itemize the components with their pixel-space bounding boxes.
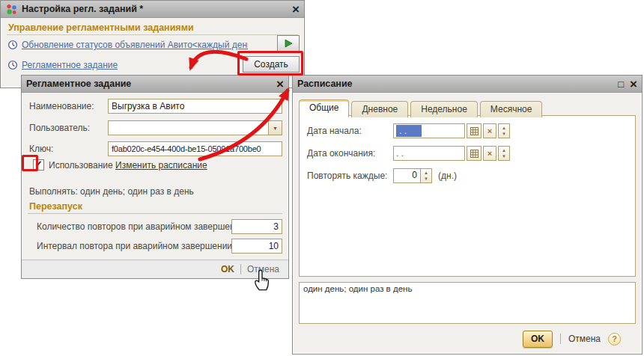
app-logo-icon [5,3,18,16]
task-settings-titlebar[interactable]: Настройка регл. заданий * × [1,1,304,18]
cancel-button[interactable]: Отмена [568,334,601,344]
window-title: Расписание [297,79,612,89]
run-task-button[interactable] [277,35,300,52]
key-input[interactable] [108,141,282,156]
spin-up-icon[interactable]: ▲ [424,171,428,175]
section-header: Управление регламентными заданиями [8,22,194,33]
repeat-every-spinner[interactable]: ▲▼ [420,168,432,183]
job-footer: OK Отмена [22,260,288,278]
execute-summary-text: Выполнять: один день; один раз в день [29,186,194,197]
tab-panel-general: Дата начала: . . × ▲▼ Дата окончания: . … [299,115,636,277]
end-date-label: Дата окончания: [307,148,393,159]
header-divider [7,34,298,35]
schedule-tabs: Общие Дневное Недельное Месячное [299,99,544,117]
screenshot-root: Настройка регл. заданий * × Управление р… [0,0,644,356]
tab-daily[interactable]: Дневное [351,101,408,117]
help-button[interactable]: ? [608,333,621,346]
retry-count-row: Количество повторов при аварийном заверш… [37,219,282,234]
end-date-row: Дата окончания: . . × ▲▼ [307,146,628,161]
start-date-spinner[interactable]: ▲▼ [498,123,510,138]
close-icon[interactable]: × [276,78,284,90]
key-label: Ключ: [29,144,53,154]
task-link-update-statuses[interactable]: Обновление статусов объявлений Авито<каж… [22,40,248,50]
date-text: . . [396,148,404,159]
usage-label: Использование [49,160,113,171]
key-field-row: Ключ: [29,141,281,156]
tab-monthly[interactable]: Месячное [480,101,543,117]
end-date-spinner[interactable]: ▲▼ [498,146,510,161]
chevron-down-icon[interactable]: ▼ [268,121,282,135]
spin-down-icon[interactable]: ▼ [502,132,506,136]
job-titlebar[interactable]: Регламентное задание × [22,76,288,93]
repeat-every-input[interactable]: 0 [393,168,420,183]
name-label: Наименование: [29,101,94,111]
schedule-summary-box: один день; один раз в день [299,282,636,324]
change-schedule-link[interactable]: Изменить расписание [115,160,207,171]
maximize-icon[interactable]: □ [618,79,624,89]
tab-weekly[interactable]: Недельное [410,101,478,117]
name-input[interactable] [108,99,282,114]
user-field-row: Пользователь: ▼ [29,120,281,135]
user-label: Пользователь: [29,123,90,133]
start-date-label: Дата начала: [307,126,393,136]
window-title: Регламентное задание [26,79,270,89]
tab-general[interactable]: Общие [299,99,349,117]
clear-icon[interactable]: × [483,146,496,161]
window-title: Настройка регл. заданий * [22,4,286,14]
close-icon[interactable]: × [292,3,300,16]
window-schedule: Расписание □ × Общие Дневное Недельное М… [292,75,643,355]
name-field-row: Наименование: [29,99,281,114]
window-scheduled-job: Регламентное задание × Наименование: Пол… [21,75,289,279]
ok-button[interactable]: OK [221,264,234,274]
repeat-every-label: Повторять каждые: [307,171,393,181]
spin-down-icon[interactable]: ▼ [424,177,428,181]
calendar-icon[interactable] [467,146,482,161]
task-link-scheduled-job[interactable]: Регламентное задание [22,60,118,70]
task-row: Обновление статусов объявлений Авито<каж… [7,37,248,53]
ok-button[interactable]: OK [523,331,553,348]
spin-up-icon[interactable]: ▲ [502,148,506,153]
close-icon[interactable]: × [630,78,637,90]
repeat-every-row: Повторять каждые: 0 ▲▼ (дн.) [307,168,628,183]
retry-interval-label: Интервал повтора при аварийном завершени… [37,241,259,251]
footer-divider [240,264,241,274]
checkmark-icon: ✓ [34,159,43,169]
schedule-titlebar[interactable]: Расписание □ × [293,76,642,93]
spin-up-icon[interactable]: ▲ [502,126,506,130]
schedule-footer: OK Отмена ? [293,330,642,348]
retry-count-input[interactable] [231,219,282,234]
end-date-input[interactable]: . . [393,146,465,161]
clock-icon [7,40,18,50]
play-icon [284,39,293,48]
create-button[interactable]: Создать [243,56,300,73]
retry-count-label: Количество повторов при аварийном заверш… [37,221,247,232]
calendar-icon[interactable] [467,123,482,138]
usage-checkbox[interactable]: ✓ [33,159,44,171]
clear-icon[interactable]: × [483,123,496,138]
restart-divider [28,213,282,214]
start-date-input[interactable]: . . [393,123,465,138]
repeat-unit-label: (дн.) [438,171,457,181]
restart-section-header: Перезапуск [29,201,82,212]
footer-divider [560,334,561,344]
retry-interval-input[interactable] [231,239,282,254]
cancel-button[interactable]: Отмена [247,264,279,274]
usage-row: ✓ Использование Изменить расписание [29,159,281,174]
retry-interval-row: Интервал повтора при аварийном завершени… [37,239,282,254]
selected-date-text: . . [396,125,422,137]
spin-down-icon[interactable]: ▼ [502,154,506,159]
user-select[interactable]: ▼ [108,120,282,135]
task-row: Регламентное задание [7,57,118,73]
start-date-row: Дата начала: . . × ▲▼ [307,123,628,138]
clock-icon [7,60,18,70]
